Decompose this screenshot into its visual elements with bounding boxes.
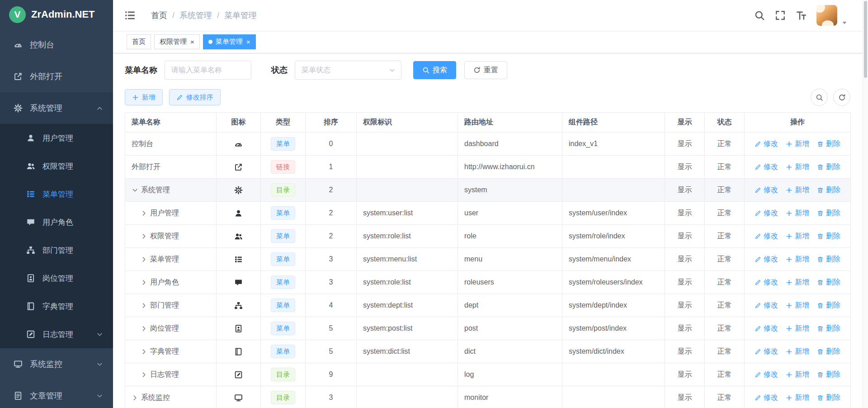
user-menu-caret-icon[interactable] [841, 19, 848, 26]
row-edit-button[interactable]: 修改 [755, 301, 778, 310]
row-edit-button[interactable]: 修改 [755, 370, 778, 380]
row-add-button[interactable]: 新增 [786, 232, 809, 241]
row-add-button[interactable]: 新增 [786, 162, 809, 172]
sidebar-item[interactable]: 系统监控 [0, 348, 113, 380]
row-add-button[interactable]: 新增 [786, 185, 809, 195]
table-row[interactable]: 控制台菜单0dashboardindex_v1显示正常修改新增删除 [125, 133, 851, 156]
row-delete-button[interactable]: 删除 [817, 301, 840, 310]
table-row[interactable]: 系统监控目录3monitor显示正常修改新增删除 [125, 386, 851, 408]
menu-name-label: 菜单名称 [125, 65, 157, 76]
row-delete-button[interactable]: 删除 [817, 278, 840, 287]
page-scrollbar[interactable] [863, 0, 868, 408]
search-button[interactable]: 搜索 [413, 61, 456, 79]
table-row[interactable]: 岗位管理菜单5system:post:listpostsystem/post/i… [125, 317, 851, 340]
row-add-button[interactable]: 新增 [786, 139, 809, 149]
table-row[interactable]: 外部打开链接1http://www.izhaorui.cn显示正常修改新增删除 [125, 156, 851, 179]
user-avatar[interactable] [816, 5, 837, 26]
row-delete-button[interactable]: 删除 [817, 185, 840, 195]
row-delete-button[interactable]: 删除 [817, 324, 840, 333]
sidebar-item[interactable]: 控制台 [0, 29, 113, 61]
row-delete-button[interactable]: 删除 [817, 232, 840, 241]
table-row[interactable]: 日志管理目录9log显示正常修改新增删除 [125, 363, 851, 386]
row-delete-button[interactable]: 删除 [817, 255, 840, 264]
type-tag: 目录 [271, 391, 295, 404]
row-edit-button[interactable]: 修改 [755, 209, 778, 218]
sidebar-subitem[interactable]: 用户管理 [0, 124, 113, 152]
row-edit-button[interactable]: 修改 [755, 324, 778, 333]
expand-row-icon[interactable] [141, 302, 147, 309]
table-row[interactable]: 部门管理菜单4system:dept:listdeptsystem/dept/i… [125, 294, 851, 317]
expand-row-icon[interactable] [141, 348, 147, 355]
row-delete-button[interactable]: 删除 [817, 370, 840, 380]
fullscreen-button[interactable] [775, 10, 786, 21]
header-search-button[interactable] [754, 10, 765, 21]
row-delete-button[interactable]: 删除 [817, 393, 840, 403]
tab-close-icon[interactable]: × [246, 38, 250, 45]
table-row[interactable]: 用户管理菜单2system:user:listusersystem/user/i… [125, 202, 851, 225]
row-edit-button[interactable]: 修改 [755, 278, 778, 287]
table-row[interactable]: 字典管理菜单5system:dict:listdictsystem/dict/i… [125, 340, 851, 363]
row-add-button[interactable]: 新增 [786, 255, 809, 264]
sidebar-item[interactable]: 文章管理 [0, 380, 113, 408]
status-select[interactable]: 菜单状态 [295, 61, 401, 80]
row-edit-button[interactable]: 修改 [755, 393, 778, 403]
breadcrumb-item[interactable]: 系统管理 [179, 10, 212, 21]
row-add-button[interactable]: 新增 [786, 278, 809, 287]
sidebar-subitem[interactable]: 岗位管理 [0, 264, 113, 292]
row-delete-button[interactable]: 删除 [817, 347, 840, 356]
expand-row-icon[interactable] [141, 371, 147, 378]
row-delete-button[interactable]: 删除 [817, 209, 840, 218]
sidebar-subitem[interactable]: 权限管理 [0, 152, 113, 180]
row-edit-button[interactable]: 修改 [755, 162, 778, 172]
menu-name-input[interactable] [165, 61, 251, 80]
toggle-search-button[interactable] [811, 89, 828, 106]
scrollbar-thumb[interactable] [864, 1, 867, 78]
tab[interactable]: 菜单管理× [203, 34, 256, 49]
row-edit-button[interactable]: 修改 [755, 255, 778, 264]
row-edit-button[interactable]: 修改 [755, 185, 778, 195]
sidebar-subitem[interactable]: 字典管理 [0, 292, 113, 320]
tab[interactable]: 首页 [127, 34, 151, 49]
tab[interactable]: 权限管理× [154, 34, 200, 49]
row-edit-button[interactable]: 修改 [755, 232, 778, 241]
sidebar-subitem[interactable]: 菜单管理 [0, 180, 113, 208]
sidebar-item[interactable]: 外部打开 [0, 61, 113, 92]
sidebar-toggle-button[interactable] [124, 9, 136, 21]
sidebar-subitem[interactable]: 用户角色 [0, 208, 113, 236]
row-add-button[interactable]: 新增 [786, 324, 809, 333]
expand-row-icon[interactable] [141, 325, 147, 332]
refresh-table-button[interactable] [833, 89, 850, 106]
collapse-row-icon[interactable] [132, 187, 138, 194]
sidebar-subitem[interactable]: 日志管理 [0, 320, 113, 348]
table-row[interactable]: 菜单管理菜单3system:menu:listmenusystem/menu/i… [125, 248, 851, 271]
sidebar-item[interactable]: 系统管理 [0, 92, 113, 124]
table-row[interactable]: 用户角色菜单3system:role:listroleuserssystem/r… [125, 271, 851, 294]
breadcrumb-item[interactable]: 首页 [151, 10, 167, 21]
tab-close-icon[interactable]: × [190, 38, 194, 45]
cell-route: role [458, 225, 562, 248]
row-add-button[interactable]: 新增 [786, 347, 809, 356]
row-edit-button[interactable]: 修改 [755, 139, 778, 149]
row-add-button[interactable]: 新增 [786, 370, 809, 380]
sort-button[interactable]: 修改排序 [169, 89, 221, 105]
app-logo[interactable]: V ZrAdmin.NET [0, 0, 113, 29]
row-add-button[interactable]: 新增 [786, 393, 809, 403]
row-action-label: 修改 [764, 324, 778, 333]
sidebar-subitem[interactable]: 部门管理 [0, 236, 113, 264]
expand-row-icon[interactable] [141, 256, 147, 263]
font-size-button[interactable] [796, 10, 807, 21]
row-delete-button[interactable]: 删除 [817, 139, 840, 149]
table-row[interactable]: 权限管理菜单2system:role:listrolesystem/role/i… [125, 225, 851, 248]
row-edit-button[interactable]: 修改 [755, 347, 778, 356]
row-add-button[interactable]: 新增 [786, 209, 809, 218]
expand-row-icon[interactable] [141, 210, 147, 217]
expand-row-icon[interactable] [132, 394, 138, 401]
row-add-button[interactable]: 新增 [786, 301, 809, 310]
cell-component: system/dict/index [562, 340, 665, 363]
expand-row-icon[interactable] [141, 279, 147, 286]
table-row[interactable]: 系统管理目录2system显示正常修改新增删除 [125, 179, 851, 202]
row-delete-button[interactable]: 删除 [817, 162, 840, 172]
expand-row-icon[interactable] [141, 233, 147, 240]
reset-button[interactable]: 重置 [464, 61, 507, 79]
add-button[interactable]: 新增 [125, 89, 163, 105]
